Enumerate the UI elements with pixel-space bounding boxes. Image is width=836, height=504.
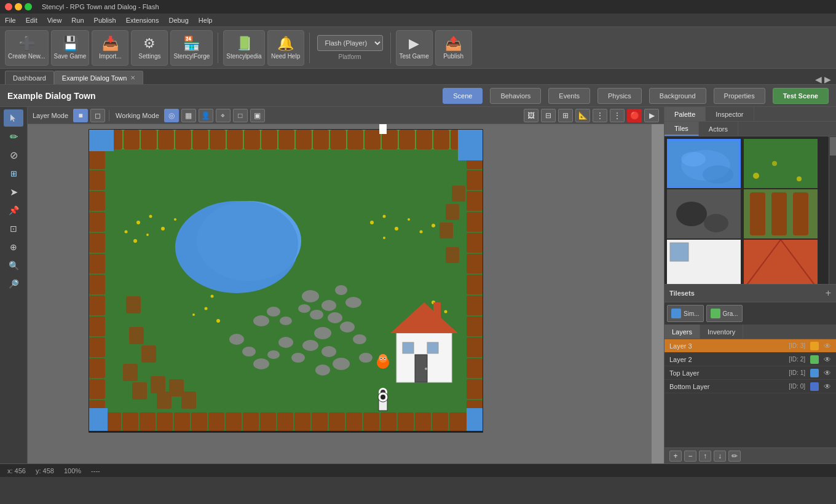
layer-down-button[interactable]: ↓: [714, 451, 726, 462]
tab-dashboard[interactable]: Dashboard: [5, 71, 54, 84]
tiles-tab[interactable]: Tiles: [664, 122, 699, 136]
palette-tab[interactable]: Palette: [664, 107, 706, 121]
layer-remove-button[interactable]: −: [684, 451, 696, 462]
wm-cut-button[interactable]: ⊟: [541, 109, 556, 122]
layer-2-name: Layer 2: [669, 356, 784, 363]
eraser-tool[interactable]: ⊘: [4, 146, 23, 163]
platform-select[interactable]: Flash (Player) HTML5 Android iOS: [317, 35, 383, 51]
scene-tab-background[interactable]: Background: [649, 88, 706, 104]
inventory-tab[interactable]: Inventory: [700, 325, 743, 339]
need-help-button[interactable]: 🔔 Need Help: [267, 30, 304, 66]
tileset-sim[interactable]: Sim...: [667, 305, 704, 322]
scene-tab-events[interactable]: Events: [548, 88, 590, 104]
layer-add-button[interactable]: +: [669, 451, 682, 462]
svg-rect-122: [449, 412, 467, 431]
create-new-button[interactable]: ➕ Create New...: [5, 30, 49, 66]
menu-edit[interactable]: Edit: [26, 17, 37, 24]
pin-tool[interactable]: 📌: [4, 202, 23, 219]
tilesets-list: Sim... Gra...: [664, 302, 836, 325]
palette-tile-6[interactable]: [744, 240, 818, 284]
svg-rect-133: [446, 204, 459, 220]
menu-publish[interactable]: Publish: [94, 17, 116, 24]
wm-grid2-button[interactable]: ⋮: [610, 109, 625, 122]
layer-3-visibility[interactable]: 👁: [824, 342, 831, 350]
svg-rect-87: [89, 379, 105, 399]
wm-actor-button[interactable]: 👤: [199, 109, 213, 122]
layer-mode-tile-button[interactable]: ■: [73, 109, 88, 122]
region-tool[interactable]: ⊕: [4, 238, 23, 256]
palette-tile-4[interactable]: [744, 189, 818, 238]
wm-play-button[interactable]: ▶: [644, 109, 659, 122]
actors-tab[interactable]: Actors: [699, 122, 738, 136]
palette-tile-2[interactable]: [744, 139, 818, 188]
window-controls[interactable]: [5, 3, 32, 10]
select-tool[interactable]: [4, 109, 23, 127]
move-tool[interactable]: ➤: [4, 183, 23, 200]
stencylpedia-button[interactable]: 📗 Stencylpedia: [223, 30, 264, 66]
layer-row-bottom[interactable]: Bottom Layer [ID: 0] 👁: [664, 380, 836, 393]
layer-up-button[interactable]: ↑: [699, 451, 711, 462]
svg-rect-7: [141, 130, 157, 149]
wm-selection-button[interactable]: ▦: [181, 109, 196, 122]
menu-extensions[interactable]: Extensions: [126, 17, 159, 24]
test-scene-button[interactable]: Test Scene: [773, 88, 829, 104]
maximize-button[interactable]: [25, 3, 32, 10]
tab-scene[interactable]: Example Dialog Town ✕: [54, 71, 144, 84]
menu-help[interactable]: Help: [199, 17, 213, 24]
top-layer-visibility[interactable]: 👁: [824, 369, 831, 377]
tileset-add-button[interactable]: +: [826, 288, 831, 299]
scene-tab-scene[interactable]: Scene: [443, 88, 483, 104]
wm-measure-button[interactable]: 📐: [575, 109, 590, 122]
tab-close-icon[interactable]: ✕: [130, 74, 135, 81]
menu-debug[interactable]: Debug: [168, 17, 188, 24]
palette-tile-3[interactable]: [667, 189, 741, 238]
layer-mode-actor-button[interactable]: ◻: [90, 109, 105, 122]
settings-button[interactable]: ⚙ Settings: [131, 30, 168, 66]
pencil-tool[interactable]: ✏: [4, 128, 23, 145]
wm-paste-button[interactable]: ⊞: [558, 109, 573, 122]
palette-tile-5[interactable]: [667, 240, 741, 284]
minimize-button[interactable]: [15, 3, 22, 10]
svg-rect-100: [467, 379, 483, 399]
zoom-in-tool[interactable]: 🔍: [4, 257, 23, 274]
test-game-button[interactable]: ▶ Test Game: [396, 30, 433, 66]
layer-row-2[interactable]: Layer 2 [ID: 2] 👁: [664, 353, 836, 366]
bottom-layer-visibility[interactable]: 👁: [824, 382, 831, 391]
menu-view[interactable]: View: [47, 17, 62, 24]
tileset-gra[interactable]: Gra...: [706, 305, 743, 322]
stencylforge-button[interactable]: 🏪 StencylForge: [170, 30, 213, 66]
layers-tab[interactable]: Layers: [664, 325, 700, 339]
wm-pencil-button[interactable]: ◎: [164, 109, 179, 122]
wm-fill-button[interactable]: ▣: [250, 109, 265, 122]
save-game-button[interactable]: 💾 Save Game: [51, 30, 90, 66]
zoom-out-tool[interactable]: 🔍: [4, 275, 23, 293]
svg-point-33: [335, 285, 347, 295]
svg-point-67: [432, 224, 435, 227]
layer-edit-button[interactable]: ✏: [728, 451, 741, 462]
layer-row-top[interactable]: Top Layer [ID: 1] 👁: [664, 366, 836, 380]
layer-2-visibility[interactable]: 👁: [824, 355, 831, 364]
tile-edit-tool[interactable]: ⊡: [4, 220, 23, 237]
scene-tab-properties[interactable]: Properties: [714, 88, 765, 104]
palette-tile-1[interactable]: [667, 139, 741, 188]
wm-scene-view-button[interactable]: 🖼: [524, 109, 538, 122]
svg-rect-20: [365, 130, 381, 149]
publish-button[interactable]: 📤 Publish: [435, 30, 472, 66]
svg-point-173: [797, 176, 802, 181]
wm-rect-button[interactable]: □: [233, 109, 248, 122]
wm-anchor-button[interactable]: ⌖: [216, 109, 231, 122]
wm-snap-button[interactable]: 🔴: [627, 109, 642, 122]
menu-run[interactable]: Run: [71, 17, 84, 24]
scene-tab-behaviors[interactable]: Behaviors: [490, 88, 541, 104]
menu-file[interactable]: File: [5, 17, 16, 24]
svg-point-69: [205, 307, 208, 310]
scene-tab-physics[interactable]: Physics: [597, 88, 642, 104]
wm-grid-button[interactable]: ⋮: [593, 109, 607, 122]
import-button[interactable]: 📥 Import...: [92, 30, 128, 66]
inspector-tab[interactable]: Inspector: [706, 107, 754, 121]
close-button[interactable]: [5, 3, 12, 10]
layer-row-3[interactable]: Layer 3 [ID: 3] 👁: [664, 339, 836, 353]
stamp-tool[interactable]: ⊞: [4, 165, 23, 182]
tab-prev-button[interactable]: ◀: [815, 74, 822, 84]
tab-next-button[interactable]: ▶: [824, 74, 831, 84]
